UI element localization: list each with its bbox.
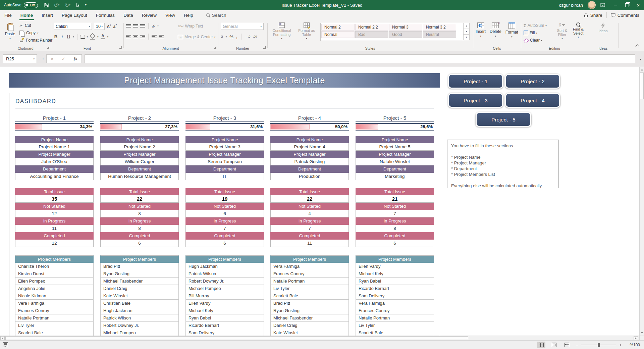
vertical-scroll-thumb[interactable] — [640, 72, 644, 99]
wrap-text-button[interactable]: ab↩Wrap Text — [178, 24, 203, 29]
members-header[interactable]: Project Members — [356, 255, 434, 263]
redo-icon[interactable]: ↻▾ — [65, 3, 70, 8]
project-name-value[interactable]: Project Name 3 — [185, 143, 264, 151]
member-name-cell[interactable]: Ryan Babel — [356, 278, 434, 285]
member-name-cell[interactable]: Frances Conroy — [15, 307, 94, 314]
member-name-cell[interactable]: Michael Kely — [356, 270, 434, 278]
zoom-slider[interactable] — [581, 345, 616, 345]
page-break-view-button[interactable] — [563, 342, 571, 348]
page-layout-view-button[interactable] — [550, 342, 558, 348]
fill-color-dropdown-icon[interactable]: ▾ — [97, 36, 99, 38]
member-name-cell[interactable]: Michael Pompeo — [185, 285, 264, 292]
in-progress-value[interactable]: 7 — [185, 225, 264, 232]
project-nav-button-2[interactable]: Project - 2 — [505, 74, 560, 89]
sort-filter-button[interactable]: AZ Sort & Filter ▾ — [554, 22, 570, 40]
member-name-cell[interactable]: Natalie Portman — [356, 314, 434, 322]
tab-view[interactable]: View — [161, 10, 179, 20]
issue-label-not-started[interactable]: Not Started — [356, 203, 434, 210]
insert-cells-button[interactable]: Insert ▾ — [476, 22, 486, 38]
font-family-select[interactable]: Calibri▾ — [54, 23, 92, 30]
member-name-cell[interactable]: Liv Tyler — [270, 285, 349, 292]
member-name-cell[interactable]: Christian Bale — [100, 300, 179, 307]
clear-button[interactable]: Clear ▾ — [524, 37, 547, 44]
member-name-cell[interactable]: Ryan Babel — [185, 314, 264, 322]
completed-value[interactable]: 6 — [356, 240, 434, 247]
project-nav-button-5[interactable]: Project - 5 — [476, 112, 531, 127]
gallery-expand-icon[interactable]: ▾ — [464, 34, 469, 40]
comments-button[interactable]: Comments — [611, 13, 639, 18]
increase-indent-icon[interactable] — [159, 35, 164, 39]
total-issue-value[interactable]: 22 — [270, 195, 349, 203]
field-label-department[interactable]: Department — [185, 165, 264, 173]
style-cell[interactable]: Normal — [321, 31, 355, 38]
field-label-department[interactable]: Department — [100, 165, 179, 173]
project-nav-button-3[interactable]: Project - 3 — [448, 93, 503, 108]
borders-dropdown-icon[interactable]: ▾ — [87, 36, 88, 38]
style-cell[interactable]: Normal 3 — [389, 24, 422, 31]
normal-view-button[interactable] — [537, 342, 545, 348]
member-name-cell[interactable]: Vera Farmiga — [15, 300, 94, 307]
zoom-slider-thumb[interactable] — [598, 343, 600, 347]
comma-style-icon[interactable]: , — [236, 34, 237, 39]
accounting-dropdown-icon[interactable]: ▾ — [226, 36, 227, 38]
field-label-project-manager[interactable]: Project Manager — [270, 151, 349, 158]
minimize-button[interactable] — [610, 0, 621, 10]
member-name-cell[interactable]: Robert Downey Jr. — [100, 322, 179, 329]
name-box[interactable]: R25 ▾ — [3, 54, 37, 63]
format-as-table-button[interactable]: Format as Table ▾ — [296, 22, 318, 40]
increase-decimal-icon[interactable]: ←.0 — [245, 35, 251, 38]
in-progress-value[interactable]: 8 — [356, 225, 434, 232]
issue-label-not-started[interactable]: Not Started — [185, 203, 264, 210]
member-name-cell[interactable]: Sam Delivery — [185, 329, 264, 336]
member-name-cell[interactable]: Charlize Theron — [15, 263, 94, 270]
tab-help[interactable]: Help — [179, 10, 198, 20]
vertical-scrollbar[interactable] — [639, 67, 644, 336]
members-header[interactable]: Project Members — [100, 255, 179, 263]
member-name-cell[interactable]: Ricardo Bernart — [185, 322, 264, 329]
number-dialog-launcher-icon[interactable] — [263, 46, 266, 49]
align-left-icon[interactable] — [126, 35, 131, 39]
tab-formulas[interactable]: Formulas — [92, 10, 119, 20]
autosave-toggle[interactable]: Off — [24, 2, 38, 8]
not-started-value[interactable]: 8 — [100, 210, 179, 217]
issue-label-completed[interactable]: Completed — [270, 232, 349, 240]
align-bottom-icon[interactable] — [140, 24, 145, 28]
delete-cells-button[interactable]: Delete ▾ — [490, 22, 501, 38]
field-label-department[interactable]: Department — [15, 165, 94, 173]
member-name-cell[interactable]: Ricardo Bernart — [356, 285, 434, 292]
expand-formula-bar-icon[interactable]: ▾ — [640, 58, 641, 61]
member-name-cell[interactable]: Brad Pitt — [100, 263, 179, 270]
fill-color-button[interactable] — [90, 34, 95, 40]
project-manager-value[interactable]: William Crager — [100, 158, 179, 165]
member-name-cell[interactable]: Natalie Portman — [270, 278, 349, 285]
issue-label-not-started[interactable]: Not Started — [15, 203, 94, 210]
scroll-left-icon[interactable] — [0, 336, 5, 340]
total-issue-value[interactable]: 21 — [356, 195, 434, 203]
department-value[interactable]: Accounting and Finance — [15, 173, 94, 180]
format-cells-button[interactable]: Format ▾ — [505, 22, 518, 38]
department-value[interactable]: IT — [185, 173, 264, 180]
member-name-cell[interactable]: Bill Murray — [185, 292, 264, 300]
department-value[interactable]: Human Resource Management — [100, 173, 179, 180]
member-name-cell[interactable]: Patrick Wilson — [100, 314, 179, 322]
member-name-cell[interactable]: Daniel Craig — [100, 285, 179, 292]
field-label-project-manager[interactable]: Project Manager — [185, 151, 264, 158]
tab-insert[interactable]: Insert — [37, 10, 57, 20]
completed-value[interactable]: 12 — [15, 240, 94, 247]
underline-button[interactable]: U — [66, 35, 71, 39]
issue-label-in-progress[interactable]: In Progress — [15, 217, 94, 225]
undo-icon[interactable]: ↺▾ — [54, 3, 60, 8]
formula-input[interactable] — [85, 54, 635, 63]
touch-mouse-mode-icon[interactable] — [76, 3, 80, 7]
project-name-value[interactable]: Project Name 4 — [270, 143, 349, 151]
member-name-cell[interactable]: Kate Winslet — [100, 292, 179, 300]
project-nav-button-1[interactable]: Project - 1 — [448, 74, 503, 89]
member-name-cell[interactable]: Brad Pitt — [270, 300, 349, 307]
insert-function-icon[interactable]: fx — [74, 56, 77, 61]
completed-value[interactable]: 11 — [270, 240, 349, 247]
project-nav-button-4[interactable]: Project - 4 — [505, 93, 560, 108]
members-header[interactable]: Project Members — [15, 255, 94, 263]
clipboard-dialog-launcher-icon[interactable] — [46, 46, 49, 49]
restore-button[interactable] — [621, 0, 633, 10]
style-cell[interactable]: Normal 2 — [321, 24, 355, 31]
